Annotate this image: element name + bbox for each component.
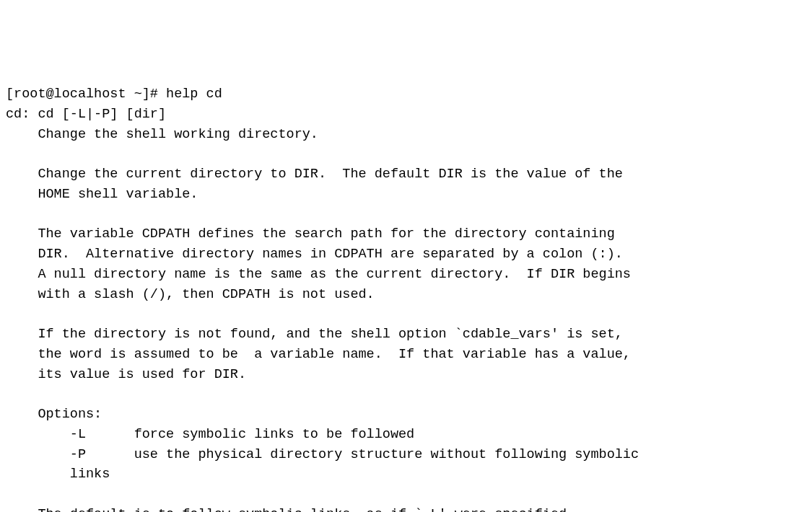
option-p-cont: links <box>6 467 110 482</box>
paragraph-line: A null directory name is the same as the… <box>6 267 631 282</box>
options-header: Options: <box>6 407 102 422</box>
paragraph-line: The variable CDPATH defines the search p… <box>6 226 615 242</box>
blank-line <box>6 146 38 162</box>
shell-prompt: [root@localhost ~]# <box>6 87 166 102</box>
paragraph-line: its value is used for DIR. <box>6 367 246 382</box>
blank-line <box>6 487 38 502</box>
option-p: -P use the physical directory structure … <box>6 447 639 462</box>
usage-line: cd: cd [-L|-P] [dir] <box>6 107 166 122</box>
terminal-output[interactable]: [root@localhost ~]# help cd cd: cd [-L|-… <box>6 84 806 512</box>
blank-line <box>6 387 38 402</box>
paragraph-line: with a slash (/), then CDPATH is not use… <box>6 287 375 302</box>
paragraph-line: Change the current directory to DIR. The… <box>6 167 623 182</box>
command-text: help cd <box>166 87 222 102</box>
paragraph-line: HOME shell variable. <box>6 187 198 202</box>
blank-line <box>6 306 38 322</box>
default-line: The default is to follow symbolic links,… <box>6 507 575 512</box>
paragraph-line: If the directory is not found, and the s… <box>6 327 623 342</box>
paragraph-line: the word is assumed to be a variable nam… <box>6 347 631 362</box>
paragraph-line: DIR. Alternative directory names in CDPA… <box>6 247 623 262</box>
blank-line <box>6 207 38 222</box>
short-description: Change the shell working directory. <box>6 127 318 142</box>
option-l: -L force symbolic links to be followed <box>6 427 414 442</box>
